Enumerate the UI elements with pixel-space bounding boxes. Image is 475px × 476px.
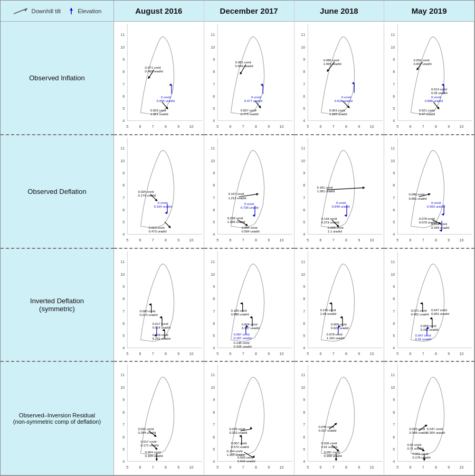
svg-text:11: 11: [301, 146, 305, 151]
svg-text:0.007 cm/d: 0.007 cm/d: [240, 109, 256, 112]
svg-text:4: 4: [122, 346, 125, 350]
svg-text:0 cm/d: 0 cm/d: [336, 201, 345, 204]
svg-text:10: 10: [120, 386, 125, 390]
svg-text:0.891 urad/d: 0.891 urad/d: [409, 197, 427, 200]
svg-text:7: 7: [122, 82, 125, 87]
svg-text:11: 11: [391, 33, 395, 37]
svg-text:11: 11: [120, 260, 125, 264]
svg-text:6: 6: [122, 435, 125, 440]
svg-text:0.017 cm/d: 0.017 cm/d: [153, 322, 168, 325]
svg-text:6: 6: [303, 435, 305, 440]
svg-text:0.001 cm/d: 0.001 cm/d: [413, 452, 429, 455]
svg-text:6: 6: [229, 351, 231, 356]
svg-text:10: 10: [301, 386, 305, 390]
svg-text:7: 7: [332, 351, 334, 356]
svg-text:0 cm/d: 0 cm/d: [341, 96, 350, 99]
svg-text:10: 10: [120, 158, 125, 163]
svg-text:11: 11: [391, 260, 395, 264]
svg-text:11: 11: [301, 260, 305, 264]
svg-text:4: 4: [393, 119, 395, 123]
svg-text:5: 5: [126, 351, 128, 356]
downhill-legend: Downhill tilt: [13, 7, 61, 15]
svg-text:6: 6: [229, 238, 231, 242]
svg-text:0.003 cm/d: 0.003 cm/d: [329, 109, 345, 112]
svg-text:0.949 urad/d: 0.949 urad/d: [331, 205, 349, 208]
svg-text:6: 6: [139, 238, 141, 242]
svg-text:0.349 urad/d: 0.349 urad/d: [431, 226, 449, 229]
svg-text:0.618 urad/d: 0.618 urad/d: [334, 99, 352, 102]
svg-text:0.191 urad/d: 0.191 urad/d: [421, 328, 439, 331]
svg-text:0.018 cm/d: 0.018 cm/d: [153, 333, 168, 337]
svg-text:0.026 cm/d: 0.026 cm/d: [229, 427, 245, 431]
svg-text:0.045 cm/d: 0.045 cm/d: [318, 425, 334, 428]
svg-text:4.373 urad/d: 4.373 urad/d: [321, 221, 339, 224]
elevation-arrow-icon: [67, 7, 75, 15]
svg-text:9: 9: [213, 284, 215, 288]
svg-text:0.047 cm/d: 0.047 cm/d: [427, 427, 443, 431]
svg-text:4: 4: [213, 119, 215, 123]
svg-text:4: 4: [303, 346, 305, 350]
svg-text:6: 6: [139, 351, 141, 356]
svg-text:0.181 cm/d: 0.181 cm/d: [317, 186, 332, 189]
svg-text:4: 4: [213, 460, 215, 464]
svg-text:10: 10: [369, 238, 374, 242]
plot-r1-c1: 4 5 6 7 8 9 10 11 5 6 7 8 9 10 0.071 cm/…: [114, 22, 204, 135]
elevation-label: Elevation: [78, 8, 101, 14]
svg-text:7: 7: [332, 238, 334, 242]
svg-text:6: 6: [122, 208, 125, 212]
svg-text:0 cm/d: 0 cm/d: [161, 96, 170, 99]
plot-r3-c4: 4 5 6 7 8 9 10 11 5 6 7 8 9 10 0.071 cm/…: [384, 249, 474, 362]
svg-text:0.004 cm/d: 0.004 cm/d: [241, 322, 257, 325]
svg-text:8: 8: [165, 465, 167, 470]
svg-text:6: 6: [122, 321, 125, 325]
svg-text:8: 8: [345, 351, 347, 356]
svg-text:5: 5: [122, 220, 125, 225]
svg-text:5: 5: [303, 107, 305, 111]
svg-text:10: 10: [279, 238, 283, 242]
svg-text:6: 6: [410, 125, 412, 129]
svg-text:6: 6: [393, 95, 395, 99]
svg-text:9: 9: [393, 58, 395, 62]
svg-text:9: 9: [303, 58, 305, 62]
svg-text:0.849 urad/d: 0.849 urad/d: [235, 64, 253, 68]
svg-text:0 cm/d: 0 cm/d: [158, 201, 167, 204]
svg-text:5: 5: [303, 220, 305, 225]
svg-text:0.021 cm/d: 0.021 cm/d: [419, 109, 435, 112]
svg-text:8: 8: [213, 183, 215, 188]
svg-text:10: 10: [460, 238, 464, 242]
svg-text:8: 8: [255, 465, 257, 470]
svg-text:8: 8: [165, 238, 167, 242]
svg-text:7: 7: [122, 423, 125, 427]
plot-r4-c1: 4 5 6 7 8 9 10 11 5 6 7 8 9 10 0.021 cm/…: [114, 362, 204, 475]
svg-text:6: 6: [303, 95, 305, 99]
svg-text:0.047 cm/d: 0.047 cm/d: [431, 308, 447, 311]
svg-text:0.096 cm/d: 0.096 cm/d: [409, 193, 425, 196]
svg-text:8: 8: [303, 70, 305, 74]
col-header-jun2018: June 2018: [294, 1, 385, 22]
svg-text:7: 7: [393, 195, 395, 200]
svg-text:8: 8: [435, 238, 437, 242]
svg-text:0.078 cm/d: 0.078 cm/d: [419, 217, 435, 220]
svg-text:8: 8: [435, 351, 437, 356]
svg-text:5: 5: [393, 220, 395, 225]
svg-text:9: 9: [303, 398, 305, 403]
svg-text:7: 7: [422, 465, 424, 470]
svg-text:9: 9: [213, 398, 215, 403]
svg-text:0.071 cm/d: 0.071 cm/d: [145, 66, 161, 69]
svg-text:8: 8: [122, 70, 125, 74]
svg-text:0.261 urad/d: 0.261 urad/d: [153, 337, 170, 340]
svg-text:0.140 cm/d: 0.140 cm/d: [320, 308, 336, 311]
svg-text:5: 5: [393, 447, 395, 452]
svg-text:0 cm/d: 0 cm/d: [251, 96, 261, 99]
elevation-legend: Elevation: [67, 7, 101, 15]
svg-text:5: 5: [213, 220, 215, 225]
svg-text:0.317 urad/d: 0.317 urad/d: [318, 429, 336, 433]
svg-text:5: 5: [213, 447, 215, 452]
svg-text:0.021 cm/d: 0.021 cm/d: [138, 427, 154, 431]
svg-text:7: 7: [122, 309, 125, 313]
plot-r3-c2: 4 5 6 7 8 9 10 11 5 6 7 8 9 10 0.155 cm/…: [204, 249, 294, 362]
svg-text:9: 9: [448, 465, 450, 470]
svg-text:6: 6: [213, 321, 215, 325]
row-label-inverted: Inverted Deflation(symmetric): [1, 249, 114, 362]
svg-text:8: 8: [165, 125, 167, 129]
